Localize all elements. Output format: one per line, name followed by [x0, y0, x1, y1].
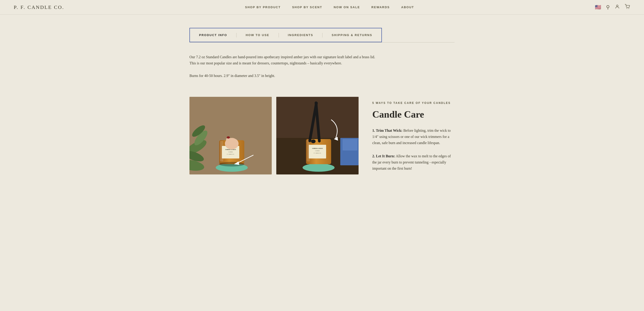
how-to-use-section: AMBER & MOSS CANDLE P. F. CANDLE CO.	[176, 92, 468, 192]
tabs-container: PRODUCT INFO HOW TO USE INGREDIENTS SHIP…	[190, 28, 382, 42]
svg-point-17	[219, 162, 244, 166]
cart-icon[interactable]	[625, 4, 630, 10]
tab-product-info[interactable]: PRODUCT INFO	[190, 28, 236, 42]
product-info-section: Our 7.2 oz Standard Candles are hand-pou…	[176, 42, 393, 92]
svg-point-1	[627, 8, 627, 9]
header-icons: 🇺🇸 ⚲	[595, 4, 630, 10]
flag-icon[interactable]: 🇺🇸	[595, 4, 601, 10]
candle-images-area: AMBER & MOSS CANDLE P. F. CANDLE CO.	[190, 97, 358, 174]
five-ways-label: 5 WAYS TO TAKE CARE OF YOUR CANDLES	[372, 101, 454, 105]
nav-shop-by-scent[interactable]: SHOP BY SCENT	[292, 5, 322, 9]
tab-ingredients[interactable]: INGREDIENTS	[279, 28, 322, 42]
nav-now-on-sale[interactable]: NOW ON SALE	[334, 5, 360, 9]
product-description-1: Our 7.2 oz Standard Candles are hand-pou…	[190, 54, 379, 66]
tab-how-to-use[interactable]: HOW TO USE	[236, 28, 278, 42]
search-icon[interactable]: ⚲	[606, 4, 610, 10]
svg-point-20	[227, 136, 230, 139]
candle-care-item-1-heading: 1. Trim That Wick:	[372, 129, 402, 132]
svg-point-2	[628, 8, 629, 9]
svg-text:CANDLE: CANDLE	[315, 150, 320, 151]
nav-rewards[interactable]: REWARDS	[371, 5, 390, 9]
nav-about[interactable]: ABOUT	[401, 5, 414, 9]
account-icon[interactable]	[615, 4, 620, 10]
candle-care-item-2: 2. Let It Burn: Allow the wax to melt to…	[372, 153, 454, 172]
svg-text:P. F. CANDLE CO.: P. F. CANDLE CO.	[227, 154, 234, 155]
candle-care-area: 5 WAYS TO TAKE CARE OF YOUR CANDLES Cand…	[372, 97, 454, 179]
tab-shipping-returns[interactable]: SHIPPING & RETURNS	[322, 28, 382, 42]
svg-text:CANDLE: CANDLE	[228, 151, 233, 153]
candle-image-2: AMBER & MOSS CANDLE P. F. CANDLE CO.	[276, 97, 358, 174]
svg-rect-31	[309, 145, 326, 158]
product-description-2: Burns for 40-50 hours. 2.9" in diameter …	[190, 73, 379, 79]
brand-logo[interactable]: P. F. CANDLE CO.	[14, 4, 64, 10]
svg-point-37	[311, 140, 316, 143]
candle-care-item-1: 1. Trim That Wick: Before lighting, trim…	[372, 127, 454, 146]
svg-point-0	[616, 5, 618, 7]
svg-text:P. F. CANDLE CO.: P. F. CANDLE CO.	[314, 153, 321, 154]
svg-rect-26	[342, 139, 358, 150]
candle-care-title: Candle Care	[372, 109, 454, 120]
nav-shop-by-product[interactable]: SHOP BY PRODUCT	[245, 5, 281, 9]
svg-text:AMBER & MOSS: AMBER & MOSS	[312, 148, 323, 149]
main-nav: SHOP BY PRODUCT SHOP BY SCENT NOW ON SAL…	[245, 5, 414, 9]
candle-image-1: AMBER & MOSS CANDLE P. F. CANDLE CO.	[190, 97, 272, 174]
tabs-wrapper: PRODUCT INFO HOW TO USE INGREDIENTS SHIP…	[176, 15, 468, 42]
svg-point-27	[302, 163, 334, 172]
svg-rect-19	[226, 138, 230, 147]
candle-care-item-2-heading: 2. Let It Burn:	[372, 154, 395, 158]
